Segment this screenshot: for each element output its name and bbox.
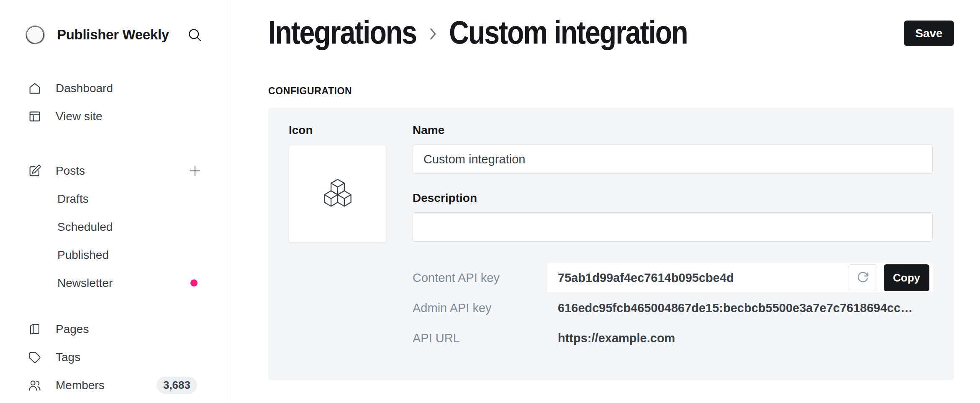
sidebar: Publisher Weekly Dashboard xyxy=(0,0,228,403)
sidebar-item-label: Scheduled xyxy=(57,220,113,234)
members-icon xyxy=(28,378,42,393)
content-api-key-value: 75ab1d99af4ec7614b095cbe4d xyxy=(558,271,849,285)
sidebar-item-label: View site xyxy=(56,110,103,123)
icon-column: Icon xyxy=(289,124,386,353)
home-icon xyxy=(28,81,42,96)
search-icon xyxy=(186,26,203,44)
sidebar-item-tags[interactable]: Tags xyxy=(28,343,203,371)
brand-row: Publisher Weekly xyxy=(22,19,203,50)
sidebar-item-label: Members xyxy=(56,379,105,392)
regenerate-key-button[interactable] xyxy=(849,264,877,291)
sidebar-section-gap xyxy=(28,297,203,315)
configuration-card: Icon Name Description Content API key xyxy=(268,108,954,380)
icon-field-label: Icon xyxy=(289,124,386,136)
cubes-icon xyxy=(319,176,356,212)
main-content: Integrations Custom integration Save CON… xyxy=(228,0,980,403)
sidebar-item-label: Tags xyxy=(56,351,80,364)
sidebar-item-view-site[interactable]: View site xyxy=(28,102,203,130)
admin-api-key-value: 616edc95fcb465004867de15:becbcb5500e3a7e… xyxy=(547,301,913,315)
sidebar-item-label: Newsletter xyxy=(57,276,113,290)
sidebar-item-label: Pages xyxy=(56,323,89,336)
sidebar-item-members[interactable]: Members 3,683 xyxy=(28,371,203,399)
sidebar-item-posts[interactable]: Posts xyxy=(28,157,203,185)
sidebar-item-label: Dashboard xyxy=(56,82,113,95)
name-input[interactable] xyxy=(413,145,933,174)
sidebar-item-label: Posts xyxy=(56,164,85,178)
content-api-key-bar: 75ab1d99af4ec7614b095cbe4d Copy xyxy=(547,263,933,292)
page-title: Custom integration xyxy=(449,19,688,46)
members-count-badge: 3,683 xyxy=(156,377,197,394)
sidebar-item-label: Drafts xyxy=(57,192,89,206)
sidebar-item-newsletter[interactable]: Newsletter xyxy=(28,269,203,297)
api-url-label: API URL xyxy=(413,331,547,345)
form-column: Name Description Content API key 75ab1d9… xyxy=(413,124,933,353)
content-api-key-label: Content API key xyxy=(413,271,547,285)
tag-icon xyxy=(28,350,42,364)
plus-icon xyxy=(187,163,203,178)
sidebar-item-pages[interactable]: Pages xyxy=(28,315,203,343)
layout-icon xyxy=(28,109,42,124)
publication-logo-icon xyxy=(22,21,49,48)
publication-title: Publisher Weekly xyxy=(57,27,169,43)
sidebar-item-drafts[interactable]: Drafts xyxy=(28,185,203,213)
api-url-row: API URL https://example.com xyxy=(413,323,933,353)
description-input[interactable] xyxy=(413,212,933,242)
page-header: Integrations Custom integration Save xyxy=(268,19,954,46)
api-url-value: https://example.com xyxy=(547,331,675,345)
chevron-right-icon xyxy=(425,25,440,43)
sidebar-item-published[interactable]: Published xyxy=(28,241,203,269)
section-label: CONFIGURATION xyxy=(268,85,954,97)
integration-icon-box[interactable] xyxy=(289,145,386,243)
newsletter-notification-dot xyxy=(190,279,198,287)
new-post-button[interactable] xyxy=(187,163,203,179)
search-button[interactable] xyxy=(186,26,203,44)
edit-icon xyxy=(28,164,42,178)
sidebar-nav: Dashboard View site Posts xyxy=(28,74,203,399)
save-button[interactable]: Save xyxy=(904,21,954,46)
pages-icon xyxy=(28,322,42,336)
sidebar-item-dashboard[interactable]: Dashboard xyxy=(28,74,203,102)
copy-button[interactable]: Copy xyxy=(884,264,929,291)
admin-api-key-row: Admin API key 616edc95fcb465004867de15:b… xyxy=(413,293,933,323)
description-field-label: Description xyxy=(413,192,933,204)
sidebar-item-scheduled[interactable]: Scheduled xyxy=(28,213,203,241)
admin-api-key-label: Admin API key xyxy=(413,301,547,315)
breadcrumb-integrations-link[interactable]: Integrations xyxy=(268,19,416,46)
refresh-icon xyxy=(855,270,871,286)
name-field-label: Name xyxy=(413,124,933,136)
api-details: Content API key 75ab1d99af4ec7614b095cbe… xyxy=(413,263,933,353)
sidebar-item-label: Published xyxy=(57,248,109,262)
content-api-key-row: Content API key 75ab1d99af4ec7614b095cbe… xyxy=(413,263,933,292)
sidebar-section-gap xyxy=(28,130,203,157)
breadcrumb: Integrations Custom integration xyxy=(268,19,688,46)
